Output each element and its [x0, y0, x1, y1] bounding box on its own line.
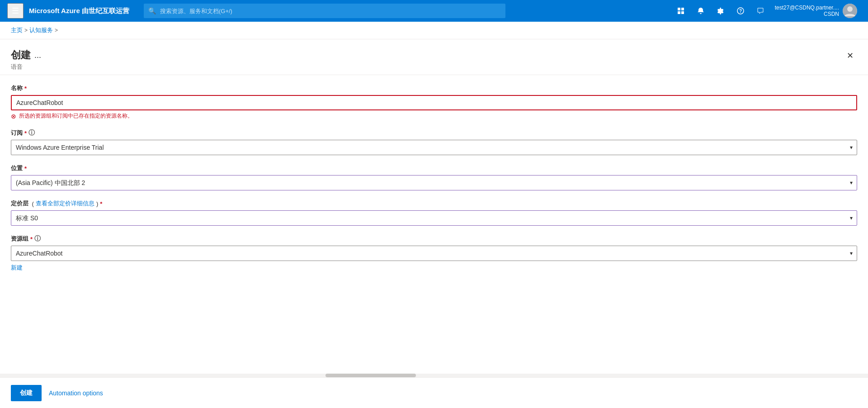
pricing-label: 定价层 (查看全部定价详细信息) *: [11, 199, 857, 208]
new-resource-group-link[interactable]: 新建: [11, 264, 23, 272]
settings-button[interactable]: [712, 2, 730, 20]
panel-close-button[interactable]: ✕: [843, 48, 857, 63]
panel-more-button[interactable]: ...: [34, 51, 41, 60]
user-org: CSDN: [824, 11, 839, 17]
search-container: 🔍: [144, 4, 505, 18]
notification-button[interactable]: [692, 2, 710, 20]
resource-group-required-star: *: [30, 236, 33, 242]
brand-name: Microsoft Azure 由世纪互联运营: [29, 7, 129, 15]
footer: 创建 Automation options: [0, 377, 868, 408]
subscription-field: 订阅 * ⓘ Windows Azure Enterprise Trial ▾: [11, 129, 857, 155]
location-required-star: *: [24, 165, 27, 172]
automation-options-button[interactable]: Automation options: [49, 389, 103, 397]
main-panel: 创建 ... 语音 ✕ 名称 * ⊗ 所选的资源组和订阅中已存在指定的资源名称。…: [0, 39, 868, 378]
feedback-button[interactable]: [751, 2, 769, 20]
panel-subtitle: 语音: [11, 63, 41, 71]
name-input[interactable]: [11, 95, 857, 110]
create-button[interactable]: 创建: [11, 385, 42, 401]
svg-point-7: [847, 6, 853, 12]
pricing-field: 定价层 (查看全部定价详细信息) * 标准 S0 ▾: [11, 199, 857, 226]
search-icon: 🔍: [148, 7, 156, 14]
portal-button[interactable]: [672, 2, 690, 20]
breadcrumb-sep-1: >: [24, 27, 28, 33]
subscription-select[interactable]: Windows Azure Enterprise Trial: [11, 140, 857, 155]
pricing-select[interactable]: 标准 S0: [11, 210, 857, 226]
panel-title: 创建: [11, 48, 31, 62]
resource-group-label: 资源组 * ⓘ: [11, 235, 857, 243]
form-content: 名称 * ⊗ 所选的资源组和订阅中已存在指定的资源名称。 订阅 * ⓘ Wind…: [0, 75, 868, 378]
breadcrumb-sep-2: >: [55, 27, 58, 33]
name-required-star: *: [24, 85, 27, 92]
resource-group-select[interactable]: AzureChatRobot: [11, 246, 857, 261]
svg-text:?: ?: [739, 9, 742, 14]
pricing-details-link[interactable]: 查看全部定价详细信息: [36, 199, 94, 208]
topnav-icons: ? test27@CSDNQ.partner.... CSDN: [672, 2, 861, 20]
breadcrumb: 主页 > 认知服务 >: [0, 22, 868, 39]
location-field: 位置 * (Asia Pacific) 中国北部 2 ▾: [11, 164, 857, 190]
subscription-info-icon[interactable]: ⓘ: [28, 129, 35, 137]
pricing-required-star: *: [100, 200, 102, 207]
svg-rect-2: [678, 11, 680, 14]
name-field: 名称 * ⊗ 所选的资源组和订阅中已存在指定的资源名称。: [11, 84, 857, 120]
user-menu[interactable]: test27@CSDNQ.partner.... CSDN: [771, 2, 861, 20]
panel-header: 创建 ... 语音 ✕: [0, 39, 868, 75]
location-label: 位置 *: [11, 164, 857, 172]
svg-rect-0: [678, 8, 680, 10]
svg-rect-1: [681, 8, 684, 10]
search-input[interactable]: [144, 4, 505, 18]
top-navigation: ☰ Microsoft Azure 由世纪互联运营 🔍 ? test27@CSD…: [0, 0, 868, 22]
name-label: 名称 *: [11, 84, 857, 92]
subscription-label: 订阅 * ⓘ: [11, 129, 857, 137]
breadcrumb-home[interactable]: 主页: [11, 26, 23, 34]
breadcrumb-cognitive[interactable]: 认知服务: [29, 26, 53, 34]
help-button[interactable]: ?: [731, 2, 750, 20]
resource-group-info-icon[interactable]: ⓘ: [34, 235, 41, 243]
location-select[interactable]: (Asia Pacific) 中国北部 2: [11, 175, 857, 190]
error-icon: ⊗: [11, 113, 16, 120]
resource-group-field: 资源组 * ⓘ AzureChatRobot ▾ 新建: [11, 235, 857, 272]
scrollbar-thumb[interactable]: [326, 374, 416, 377]
svg-rect-3: [681, 11, 684, 14]
subscription-required-star: *: [24, 130, 27, 137]
menu-button[interactable]: ☰: [7, 3, 24, 19]
name-error-message: ⊗ 所选的资源组和订阅中已存在指定的资源名称。: [11, 112, 857, 120]
avatar: [843, 4, 857, 18]
scrollbar-track: [0, 374, 868, 377]
user-name: test27@CSDNQ.partner....: [775, 5, 839, 11]
